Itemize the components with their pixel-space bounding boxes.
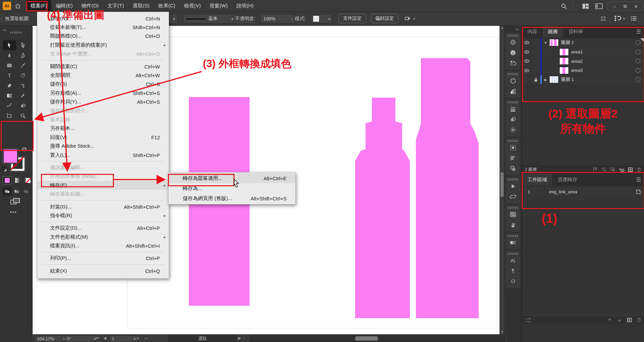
arrange-documents-icon[interactable] [595,3,603,9]
info-panel-icon[interactable]: i [506,47,520,58]
rotation-select[interactable]: 0° ▾ [65,335,98,342]
direct-selection-tool-icon[interactable] [16,40,30,50]
dock-group-grip[interactable]: ▮▮▮▮▮▮ [506,101,520,104]
new-sublayer-icon[interactable] [619,167,624,172]
collapse-dock-icon[interactable]: «« [504,26,522,31]
panel-menu-icon[interactable]: ☰ [636,29,644,35]
menu-item[interactable]: 儲存拷貝(Y)...Alt+Ctrl+S [37,98,169,106]
shape-builder-tool-icon[interactable] [16,101,30,111]
layer-name[interactable]: area1 [571,49,583,54]
menubar-item-h[interactable]: 說明(H) [232,0,258,12]
default-fill-stroke-icon[interactable] [2,166,8,173]
vertical-scrollbar[interactable]: ▲ ▼ [500,26,505,334]
actions-panel-icon[interactable] [506,181,520,191]
tab-artboards[interactable]: 工作區域 [522,174,552,186]
toolbar-grip[interactable]: ▮▮▮▮▮▮▮ [9,31,23,34]
style-swatch-select[interactable]: ▾ [311,14,332,23]
lock-icon[interactable] [531,57,540,66]
menu-item[interactable]: 打開最近使用過的檔案(F)▸ [37,41,169,49]
width-tool-icon[interactable] [3,101,16,111]
appearance-panel-icon[interactable] [506,142,520,153]
layer-name[interactable]: area2 [571,59,583,64]
artboard-nav-select[interactable]: 1 ▾ [109,335,138,342]
status-expand-icon[interactable]: ▶ [238,336,241,340]
type-tool-icon[interactable]: T [3,70,16,81]
panel-menu-icon[interactable]: ☰ [636,177,644,183]
dock-group-grip[interactable]: ▮▮▮▮▮▮ [506,72,520,76]
navigator-panel-icon[interactable] [506,37,520,47]
rotate-tool-icon[interactable] [16,70,30,81]
color-panel-icon[interactable] [506,76,520,86]
home-icon[interactable] [14,2,22,10]
scroll-down-icon[interactable]: ▼ [500,330,505,334]
version-history-panel-icon[interactable] [506,58,520,68]
menubar-item-f[interactable]: 檔案(F) [26,0,51,12]
menu-item[interactable]: 轉存選取範圍... [37,190,169,198]
layer-target-icon[interactable] [636,40,640,45]
menu-item[interactable]: 另存新檔(A)...Shift+Ctrl+S [37,89,169,97]
delete-artboard-icon[interactable] [637,317,642,323]
tab-properties[interactable]: 內容 [522,26,543,38]
visibility-eye-icon[interactable] [522,57,531,66]
new-layer-icon[interactable] [628,167,633,172]
tab-layers[interactable]: 圖層 [543,26,563,38]
workspace-switcher-icon[interactable] [582,3,589,9]
minimize-icon[interactable]: – [609,4,620,9]
opentype-panel-icon[interactable]: O [506,276,520,286]
snap-to-pixel-icon[interactable]: ▾ [403,15,417,22]
next-artboard-icon[interactable]: ▶ [137,336,140,340]
menu-item[interactable]: 從範本新增(T)...Shift+Ctrl+N [37,23,169,32]
horizontal-scrollbar[interactable] [250,335,505,342]
opacity-label[interactable]: 不透明度: [235,16,255,22]
layer-thumbnail[interactable] [549,39,559,46]
tab-asset-export[interactable]: 資產轉存 [552,174,583,186]
menu-item[interactable]: 文件設定(D)...Alt+Ctrl+P [37,224,169,233]
lock-icon[interactable] [531,38,540,47]
menu-item[interactable]: 全部關閉Alt+Ctrl+W [37,71,169,80]
layer-row-area2[interactable]: area2 [522,57,644,66]
horizontal-scroll-thumb[interactable] [355,336,378,341]
hscroll-left-icon[interactable]: ‹ [244,336,245,340]
color-fill-button[interactable] [3,176,12,184]
menu-item[interactable]: 置入(L)...Shift+Ctrl+P [37,151,169,159]
menu-item[interactable]: 搜尋 Adobe Stock... [37,142,169,150]
new-artboard-icon[interactable] [627,317,632,323]
menu-item[interactable]: 版本記錄 [37,115,169,124]
menu-item[interactable]: 邀請參與編輯... [37,163,169,172]
dock-group-grip[interactable]: ▮▮▮▮▮▮ [506,252,520,255]
layer-row-area1[interactable]: area1 [522,48,644,57]
lock-icon[interactable] [531,66,540,75]
restore-icon[interactable]: ⧉ [620,4,631,9]
rectangle-tool-icon[interactable] [3,60,16,70]
artboard-tool-icon[interactable] [3,111,16,121]
opacity-field[interactable]: 100% › [260,14,295,23]
menu-item[interactable]: 儲存(S)Ctrl+S [37,80,169,89]
menubar-item-o[interactable]: 物件(O) [77,0,103,12]
menubar-item-t[interactable]: 文字(T) [103,0,128,12]
menu-item[interactable]: 回復(V)F12 [37,133,169,142]
layer-thumbnail[interactable] [559,48,569,56]
last-artboard-icon[interactable]: ⏭ [144,336,148,340]
dock-group-grip[interactable]: ▮▮▮▮▮▮ [506,139,520,142]
zoom-tool-icon[interactable] [16,111,30,121]
layer-thumbnail[interactable] [559,67,569,74]
menu-item[interactable]: 在 Bridge 中瀏覽...Alt+Ctrl+O [37,50,169,58]
character-panel-icon[interactable]: A [506,255,520,265]
reorder-artboards-icon[interactable] [525,318,531,323]
layer-name[interactable]: 圖層 2 [561,40,574,46]
menu-item[interactable]: 檔案資訊(I)...Alt+Shift+Ctrl+I [37,241,169,250]
menubar-item-c[interactable]: 效果(C) [154,0,180,12]
gradient-panel-icon[interactable] [506,125,520,135]
curvature-tool-icon[interactable] [16,50,30,60]
fill-color-swatch[interactable] [3,149,18,163]
menu-item[interactable]: 結束(X)Ctrl+Q [37,266,169,275]
menubar-item-s[interactable]: 選取(S) [128,0,154,12]
artboard-name[interactable]: img_link_area [545,189,577,194]
layer-list-empty[interactable] [522,85,644,166]
menu-item[interactable]: 指令檔(R)▸ [37,211,169,220]
selection-tool-icon[interactable] [3,40,16,50]
snap-options-icon[interactable]: ▾ [612,15,627,22]
transparency-panel-icon[interactable] [506,114,520,125]
submenu-item[interactable]: 轉存為... [169,183,295,193]
pen-tool-icon[interactable] [3,50,16,60]
